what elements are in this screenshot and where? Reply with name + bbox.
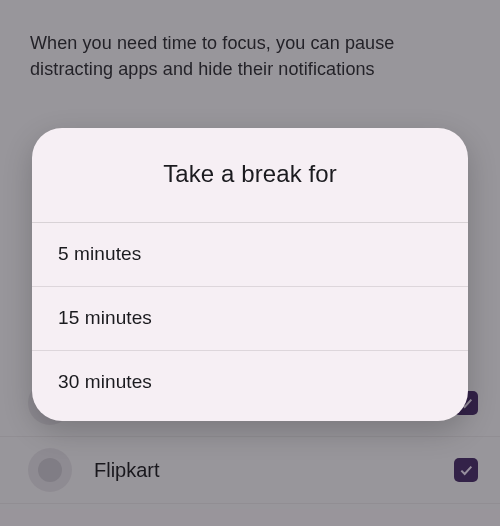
break-option-30-minutes[interactable]: 30 minutes [32,351,468,421]
break-option-15-minutes[interactable]: 15 minutes [32,287,468,351]
screen: When you need time to focus, you can pau… [0,0,500,526]
dialog-title: Take a break for [32,128,468,223]
break-option-5-minutes[interactable]: 5 minutes [32,223,468,287]
take-a-break-dialog: Take a break for 5 minutes 15 minutes 30… [32,128,468,421]
